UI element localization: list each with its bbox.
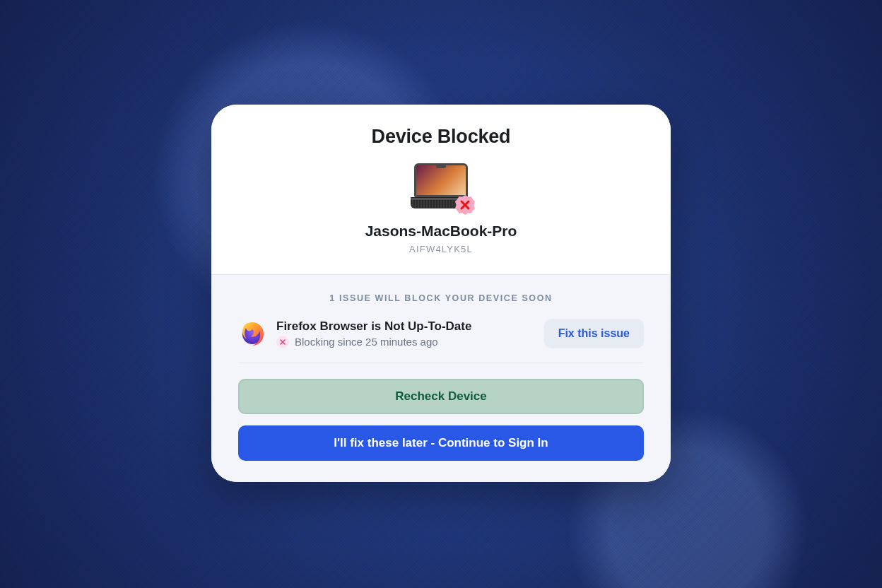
issue-title: Firefox Browser is Not Up-To-Date [276, 319, 534, 334]
blocked-badge-icon [454, 194, 476, 216]
page-title: Device Blocked [238, 126, 644, 148]
continue-signin-button[interactable]: I'll fix these later - Continue to Sign … [238, 425, 644, 461]
device-id: AIFW4LYK5L [238, 244, 644, 254]
device-blocked-card: Device Blocked Jasons-MacBook-Pro AIFW4L… [211, 105, 671, 482]
issue-item: Firefox Browser is Not Up-To-Date Blocki… [238, 319, 644, 363]
device-name: Jasons-MacBook-Pro [238, 223, 644, 240]
issues-banner: 1 ISSUE WILL BLOCK YOUR DEVICE SOON [238, 293, 644, 303]
issue-status-text: Blocking since 25 minutes ago [295, 336, 438, 348]
laptop-screen-icon [414, 163, 468, 197]
issue-status-row: Blocking since 25 minutes ago [276, 336, 534, 348]
card-header: Device Blocked Jasons-MacBook-Pro AIFW4L… [211, 105, 671, 274]
device-illustration [411, 163, 471, 211]
issue-text: Firefox Browser is Not Up-To-Date Blocki… [276, 319, 534, 348]
recheck-device-button[interactable]: Recheck Device [238, 379, 644, 414]
fix-issue-button[interactable]: Fix this issue [544, 319, 644, 348]
firefox-icon [238, 319, 266, 348]
blocking-status-icon [276, 336, 289, 348]
card-body: 1 ISSUE WILL BLOCK YOUR DEVICE SOON [211, 274, 671, 482]
